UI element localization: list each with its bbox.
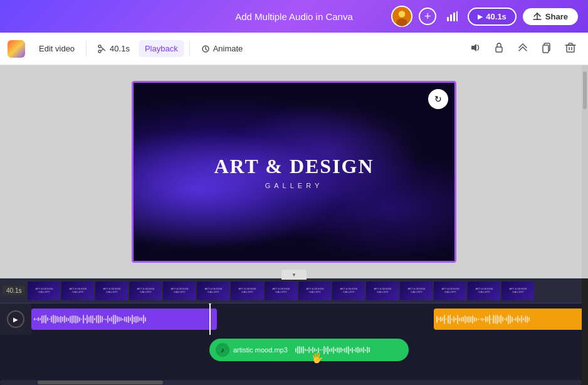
- waveform-bar: [327, 346, 328, 354]
- thumbnail-item[interactable]: ART & DESIGNGALLERY: [501, 282, 534, 300]
- waveform-bar: [363, 347, 364, 353]
- waveform-bar: [474, 317, 475, 322]
- waveform-bar: [352, 347, 353, 353]
- play-timer-label: 40.1s: [486, 12, 507, 21]
- waveform-bar: [500, 315, 501, 324]
- waveform-bar: [346, 347, 347, 353]
- waveform-bar: [305, 349, 306, 351]
- playback-button[interactable]: Playback: [139, 40, 184, 57]
- animate-button[interactable]: Animate: [195, 40, 249, 57]
- svg-rect-16: [567, 45, 574, 52]
- waveform-bar: [53, 315, 54, 324]
- share-label: Share: [545, 12, 568, 21]
- thumbnail-item[interactable]: ART & DESIGNGALLERY: [28, 282, 60, 300]
- thumbnail-strip: ART & DESIGNGALLERYART & DESIGNGALLERYAR…: [28, 282, 585, 300]
- waveform-bar: [515, 317, 517, 321]
- waveform-bar: [342, 349, 344, 351]
- waveform-bar: [117, 316, 118, 322]
- thumbnail-item[interactable]: ART & DESIGNGALLERY: [197, 282, 229, 300]
- waveform-bar: [85, 318, 86, 320]
- waveform-bar: [88, 317, 90, 322]
- add-button[interactable]: +: [419, 8, 436, 25]
- track-play-button[interactable]: ▶: [0, 303, 31, 335]
- waveform-bar: [139, 317, 140, 321]
- volume-icon-button[interactable]: [465, 39, 485, 59]
- lock-icon-button[interactable]: [489, 39, 509, 59]
- thumbnail-item[interactable]: ART & DESIGNGALLERY: [434, 282, 466, 300]
- waveform-bar: [81, 319, 82, 320]
- waveform-bar: [83, 315, 84, 324]
- waveform-bar: [470, 317, 471, 322]
- waveform-bar: [120, 317, 122, 321]
- thumbnail-item[interactable]: ART & DESIGNGALLERY: [468, 282, 500, 300]
- waveform-bar: [308, 347, 310, 353]
- canvas-scrollbar[interactable]: [582, 65, 588, 278]
- scissors-icon-button[interactable]: 40.1s: [92, 40, 136, 57]
- thumbnail-item[interactable]: ART & DESIGNGALLERY: [332, 282, 365, 300]
- waveform-bar: [476, 318, 477, 321]
- waveform-bar: [354, 349, 355, 351]
- waveform-bar: [49, 319, 50, 320]
- timeline-tracks: ▶ ♪ artistic mood.mp3: [0, 303, 588, 385]
- waveform-bar: [335, 349, 336, 351]
- waveform-bar: [489, 315, 490, 324]
- thumbnail-item[interactable]: ART & DESIGNGALLERY: [95, 282, 128, 300]
- expand-icon-button[interactable]: [513, 39, 533, 59]
- collapse-handle[interactable]: ▼: [281, 270, 307, 280]
- svg-marker-12: [471, 44, 476, 51]
- waveform-bar: [357, 347, 359, 353]
- thumbnail-item[interactable]: ART & DESIGNGALLERY: [163, 282, 196, 300]
- waveform-bar: [451, 319, 453, 320]
- play-icon-circle[interactable]: ▶: [7, 310, 24, 328]
- animate-label: Animate: [213, 44, 243, 53]
- analytics-icon-button[interactable]: [443, 8, 461, 24]
- waveform-bar: [361, 348, 362, 352]
- playhead-indicator: [207, 303, 213, 305]
- waveform-bar: [36, 319, 37, 320]
- refresh-button[interactable]: ↻: [428, 89, 448, 109]
- svg-line-10: [101, 49, 103, 51]
- waveform-bar: [307, 349, 308, 351]
- waveform-bar: [310, 349, 312, 351]
- thumbnail-item[interactable]: ART & DESIGNGALLERY: [265, 282, 297, 300]
- waveform-bar: [70, 316, 71, 323]
- purple-audio-track[interactable]: [31, 309, 217, 330]
- play-timer-button[interactable]: ▶ 40.1s: [468, 8, 517, 26]
- playhead: [209, 303, 211, 335]
- svg-rect-15: [543, 45, 549, 53]
- thumbnail-item[interactable]: ART & DESIGNGALLERY: [129, 282, 162, 300]
- waveform-bar: [103, 319, 105, 320]
- thumbnail-item[interactable]: ART & DESIGNGALLERY: [366, 282, 399, 300]
- waveform-bar: [337, 347, 338, 352]
- waveform-bar: [34, 318, 35, 320]
- timeline-right-scrollbar[interactable]: [582, 278, 588, 385]
- waveform-bar: [438, 318, 439, 320]
- edit-video-button[interactable]: Edit video: [33, 40, 81, 57]
- waveform-bar: [331, 348, 332, 352]
- thumbnail-item[interactable]: ART & DESIGNGALLERY: [400, 282, 433, 300]
- waveform-bar: [299, 346, 300, 354]
- waveform-bar: [512, 317, 513, 322]
- waveform-bar: [47, 317, 48, 321]
- header-bar: Add Multiple Audio in Canva + ▶ 40.1s: [0, 0, 588, 33]
- waveform-bar: [436, 316, 438, 323]
- waveform-bar: [527, 316, 528, 323]
- waveform-bar: [367, 347, 368, 353]
- timeline-bottom-scrollbar[interactable]: [0, 380, 582, 385]
- waveform-bar: [295, 348, 297, 352]
- waveform-bar: [66, 317, 67, 322]
- waveform-bar: [485, 316, 486, 322]
- green-audio-track[interactable]: ♪ artistic mood.mp3: [209, 339, 409, 361]
- copy-icon-button[interactable]: [537, 39, 557, 59]
- thumbnail-item[interactable]: ART & DESIGNGALLERY: [61, 282, 94, 300]
- share-button[interactable]: Share: [523, 8, 578, 25]
- avatar[interactable]: [391, 6, 412, 27]
- thumbnail-item[interactable]: ART & DESIGNGALLERY: [231, 282, 263, 300]
- waveform-bar: [143, 315, 144, 324]
- thumbnail-item[interactable]: ART & DESIGNGALLERY: [298, 282, 331, 300]
- slide-subtitle: GALLERY: [214, 182, 374, 189]
- delete-icon-button[interactable]: [560, 39, 580, 59]
- orange-audio-track[interactable]: [434, 309, 588, 330]
- waveform-bar: [92, 315, 93, 324]
- waveform-bar: [87, 315, 88, 324]
